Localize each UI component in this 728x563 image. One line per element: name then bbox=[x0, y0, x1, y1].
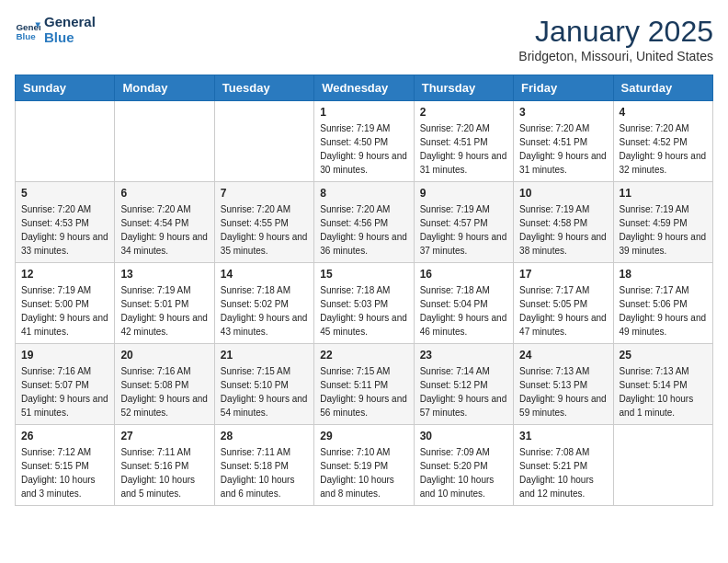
calendar-cell: 16Sunrise: 7:18 AM Sunset: 5:04 PM Dayli… bbox=[414, 263, 513, 344]
weekday-header-row: SundayMondayTuesdayWednesdayThursdayFrid… bbox=[16, 75, 713, 101]
calendar-cell: 13Sunrise: 7:19 AM Sunset: 5:01 PM Dayli… bbox=[115, 263, 214, 344]
calendar-cell: 12Sunrise: 7:19 AM Sunset: 5:00 PM Dayli… bbox=[16, 263, 115, 344]
day-number: 28 bbox=[221, 430, 308, 442]
day-info: Sunrise: 7:12 AM Sunset: 5:15 PM Dayligh… bbox=[21, 445, 108, 500]
day-number: 4 bbox=[620, 106, 707, 119]
day-info: Sunrise: 7:09 AM Sunset: 5:20 PM Dayligh… bbox=[420, 445, 507, 500]
calendar-cell: 6Sunrise: 7:20 AM Sunset: 4:54 PM Daylig… bbox=[115, 182, 214, 263]
day-info: Sunrise: 7:19 AM Sunset: 4:58 PM Dayligh… bbox=[519, 202, 607, 258]
calendar-cell: 1Sunrise: 7:19 AM Sunset: 4:50 PM Daylig… bbox=[314, 101, 414, 182]
calendar-week-5: 26Sunrise: 7:12 AM Sunset: 5:15 PM Dayli… bbox=[16, 425, 713, 506]
day-number: 21 bbox=[221, 349, 308, 362]
day-number: 6 bbox=[120, 187, 208, 200]
day-info: Sunrise: 7:20 AM Sunset: 4:51 PM Dayligh… bbox=[420, 121, 507, 177]
day-number: 27 bbox=[120, 430, 208, 442]
calendar-cell: 4Sunrise: 7:20 AM Sunset: 4:52 PM Daylig… bbox=[613, 101, 712, 182]
day-info: Sunrise: 7:19 AM Sunset: 5:01 PM Dayligh… bbox=[120, 283, 208, 339]
day-number: 24 bbox=[519, 349, 607, 362]
calendar-cell: 14Sunrise: 7:18 AM Sunset: 5:02 PM Dayli… bbox=[214, 263, 313, 344]
calendar-week-1: 1Sunrise: 7:19 AM Sunset: 4:50 PM Daylig… bbox=[16, 101, 713, 182]
calendar-cell: 28Sunrise: 7:11 AM Sunset: 5:18 PM Dayli… bbox=[214, 425, 313, 506]
day-info: Sunrise: 7:16 AM Sunset: 5:08 PM Dayligh… bbox=[120, 364, 208, 419]
weekday-header-wednesday: Wednesday bbox=[314, 75, 414, 101]
day-info: Sunrise: 7:18 AM Sunset: 5:03 PM Dayligh… bbox=[320, 283, 407, 339]
calendar-cell: 17Sunrise: 7:17 AM Sunset: 5:05 PM Dayli… bbox=[514, 263, 613, 344]
day-number: 15 bbox=[320, 268, 407, 281]
calendar-cell: 9Sunrise: 7:19 AM Sunset: 4:57 PM Daylig… bbox=[414, 182, 513, 263]
page-header: General Blue General Blue January 2025 B… bbox=[15, 15, 713, 63]
day-info: Sunrise: 7:20 AM Sunset: 4:53 PM Dayligh… bbox=[21, 202, 108, 258]
day-info: Sunrise: 7:11 AM Sunset: 5:16 PM Dayligh… bbox=[120, 445, 208, 500]
day-number: 29 bbox=[320, 430, 407, 442]
day-number: 11 bbox=[620, 187, 707, 200]
weekday-header-tuesday: Tuesday bbox=[214, 75, 313, 101]
calendar-cell: 30Sunrise: 7:09 AM Sunset: 5:20 PM Dayli… bbox=[414, 425, 513, 506]
calendar-week-3: 12Sunrise: 7:19 AM Sunset: 5:00 PM Dayli… bbox=[16, 263, 713, 344]
day-number: 2 bbox=[420, 106, 507, 119]
day-info: Sunrise: 7:17 AM Sunset: 5:06 PM Dayligh… bbox=[620, 283, 707, 339]
day-number: 23 bbox=[420, 349, 507, 362]
day-number: 1 bbox=[320, 106, 407, 119]
logo-blue: Blue bbox=[44, 30, 96, 46]
calendar-cell: 5Sunrise: 7:20 AM Sunset: 4:53 PM Daylig… bbox=[16, 182, 115, 263]
day-number: 31 bbox=[519, 430, 607, 442]
calendar-week-4: 19Sunrise: 7:16 AM Sunset: 5:07 PM Dayli… bbox=[16, 344, 713, 425]
weekday-header-sunday: Sunday bbox=[16, 75, 115, 101]
day-number: 5 bbox=[21, 187, 108, 200]
calendar-cell: 27Sunrise: 7:11 AM Sunset: 5:16 PM Dayli… bbox=[115, 425, 214, 506]
calendar-cell: 11Sunrise: 7:19 AM Sunset: 4:59 PM Dayli… bbox=[613, 182, 712, 263]
day-info: Sunrise: 7:13 AM Sunset: 5:14 PM Dayligh… bbox=[620, 364, 707, 419]
location: Bridgeton, Missouri, United States bbox=[518, 49, 713, 63]
calendar-cell: 25Sunrise: 7:13 AM Sunset: 5:14 PM Dayli… bbox=[613, 344, 712, 425]
day-number: 30 bbox=[420, 430, 507, 442]
month-title: January 2025 bbox=[518, 15, 713, 49]
weekday-header-monday: Monday bbox=[115, 75, 214, 101]
calendar-cell: 8Sunrise: 7:20 AM Sunset: 4:56 PM Daylig… bbox=[314, 182, 414, 263]
calendar-cell: 29Sunrise: 7:10 AM Sunset: 5:19 PM Dayli… bbox=[314, 425, 414, 506]
day-info: Sunrise: 7:20 AM Sunset: 4:56 PM Dayligh… bbox=[320, 202, 407, 258]
calendar-cell bbox=[613, 425, 712, 506]
calendar-cell bbox=[214, 101, 313, 182]
day-number: 12 bbox=[21, 268, 108, 281]
weekday-header-saturday: Saturday bbox=[613, 75, 712, 101]
svg-text:Blue: Blue bbox=[16, 30, 36, 40]
calendar-table: SundayMondayTuesdayWednesdayThursdayFrid… bbox=[15, 75, 713, 506]
day-info: Sunrise: 7:19 AM Sunset: 4:57 PM Dayligh… bbox=[420, 202, 507, 258]
calendar-cell: 20Sunrise: 7:16 AM Sunset: 5:08 PM Dayli… bbox=[115, 344, 214, 425]
weekday-header-friday: Friday bbox=[514, 75, 613, 101]
day-number: 7 bbox=[221, 187, 308, 200]
day-info: Sunrise: 7:18 AM Sunset: 5:04 PM Dayligh… bbox=[420, 283, 507, 339]
day-info: Sunrise: 7:19 AM Sunset: 4:50 PM Dayligh… bbox=[320, 121, 407, 177]
day-number: 10 bbox=[519, 187, 607, 200]
day-info: Sunrise: 7:20 AM Sunset: 4:55 PM Dayligh… bbox=[221, 202, 308, 258]
calendar-cell: 31Sunrise: 7:08 AM Sunset: 5:21 PM Dayli… bbox=[514, 425, 613, 506]
calendar-cell: 24Sunrise: 7:13 AM Sunset: 5:13 PM Dayli… bbox=[514, 344, 613, 425]
day-number: 18 bbox=[620, 268, 707, 281]
calendar-cell: 15Sunrise: 7:18 AM Sunset: 5:03 PM Dayli… bbox=[314, 263, 414, 344]
day-number: 20 bbox=[120, 349, 208, 362]
weekday-header-thursday: Thursday bbox=[414, 75, 513, 101]
day-number: 16 bbox=[420, 268, 507, 281]
calendar-cell: 7Sunrise: 7:20 AM Sunset: 4:55 PM Daylig… bbox=[214, 182, 313, 263]
day-number: 17 bbox=[519, 268, 607, 281]
calendar-cell: 10Sunrise: 7:19 AM Sunset: 4:58 PM Dayli… bbox=[514, 182, 613, 263]
calendar-cell: 26Sunrise: 7:12 AM Sunset: 5:15 PM Dayli… bbox=[16, 425, 115, 506]
day-number: 26 bbox=[21, 430, 108, 442]
day-info: Sunrise: 7:10 AM Sunset: 5:19 PM Dayligh… bbox=[320, 445, 407, 500]
day-info: Sunrise: 7:13 AM Sunset: 5:13 PM Dayligh… bbox=[519, 364, 607, 419]
day-number: 19 bbox=[21, 349, 108, 362]
day-info: Sunrise: 7:18 AM Sunset: 5:02 PM Dayligh… bbox=[221, 283, 308, 339]
logo-general: General bbox=[44, 15, 96, 30]
logo-icon: General Blue bbox=[15, 17, 40, 43]
day-info: Sunrise: 7:16 AM Sunset: 5:07 PM Dayligh… bbox=[21, 364, 108, 419]
day-info: Sunrise: 7:14 AM Sunset: 5:12 PM Dayligh… bbox=[420, 364, 507, 419]
day-number: 9 bbox=[420, 187, 507, 200]
calendar-cell: 18Sunrise: 7:17 AM Sunset: 5:06 PM Dayli… bbox=[613, 263, 712, 344]
day-info: Sunrise: 7:19 AM Sunset: 4:59 PM Dayligh… bbox=[620, 202, 707, 258]
calendar-cell: 19Sunrise: 7:16 AM Sunset: 5:07 PM Dayli… bbox=[16, 344, 115, 425]
calendar-cell: 21Sunrise: 7:15 AM Sunset: 5:10 PM Dayli… bbox=[214, 344, 313, 425]
day-number: 8 bbox=[320, 187, 407, 200]
calendar-cell: 22Sunrise: 7:15 AM Sunset: 5:11 PM Dayli… bbox=[314, 344, 414, 425]
title-block: January 2025 Bridgeton, Missouri, United… bbox=[518, 15, 713, 63]
day-info: Sunrise: 7:11 AM Sunset: 5:18 PM Dayligh… bbox=[221, 445, 308, 500]
